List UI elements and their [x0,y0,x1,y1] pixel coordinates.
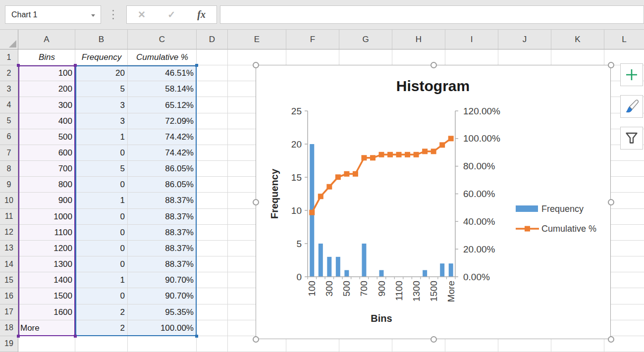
cancel-icon[interactable]: ✕ [138,9,146,20]
cell[interactable] [197,225,228,241]
cell[interactable] [197,336,228,352]
table-data-cell: 88.37% [128,209,197,225]
column-header-H[interactable]: H [392,30,445,50]
table-data-cell: 58.14% [128,81,197,97]
row-header-14[interactable]: 14 [0,256,18,272]
name-box[interactable]: Chart 1 [5,5,101,24]
column-header-C[interactable]: C [128,30,197,50]
table-data-cell: 0 [75,209,128,225]
cell[interactable] [339,50,392,65]
selection-corner-handle[interactable] [74,64,77,67]
row-header-4[interactable]: 4 [0,97,18,113]
column-header-B[interactable]: B [75,30,128,50]
grip-dots-icon[interactable] [110,5,116,24]
column-header-L[interactable]: L [604,30,644,50]
chart-object[interactable]: Histogram2520151050120.00%100.00%80.00%6… [256,65,611,339]
name-box-dropdown-icon[interactable] [91,14,95,17]
svg-text:40.00%: 40.00% [463,216,495,227]
cell[interactable] [197,304,228,320]
cell[interactable] [18,336,75,352]
table-data-cell: 1100 [18,225,75,241]
row-header-11[interactable]: 11 [0,209,18,225]
row-header-8[interactable]: 8 [0,161,18,177]
row-header-18[interactable]: 18 [0,320,18,336]
cell[interactable] [75,336,128,352]
chart-resize-handle[interactable] [430,62,437,68]
column-header-I[interactable]: I [445,30,498,50]
svg-text:100: 100 [307,281,317,297]
formula-bar-input[interactable] [220,5,644,24]
chart-resize-handle[interactable] [253,199,259,205]
row-header-13[interactable]: 13 [0,241,18,256]
cell[interactable] [197,50,228,65]
chart-resize-handle[interactable] [430,336,437,343]
row-header-9[interactable]: 9 [0,177,18,193]
cell[interactable] [197,161,228,177]
row-header-3[interactable]: 3 [0,81,18,97]
insert-function-icon[interactable]: fx [197,9,206,20]
column-header-K[interactable]: K [551,30,604,50]
cell[interactable] [551,50,604,65]
column-header-D[interactable]: D [197,30,228,50]
chart-elements-button[interactable] [620,63,643,86]
cell[interactable] [197,97,228,113]
cell[interactable] [197,177,228,193]
table-data-cell: 2 [75,304,128,320]
cell[interactable] [197,65,228,81]
cell[interactable] [445,50,498,65]
cell[interactable] [197,256,228,272]
selection-corner-handle[interactable] [195,335,198,338]
row-header-10[interactable]: 10 [0,193,18,208]
selection-corner-handle[interactable] [195,64,198,67]
row-header-15[interactable]: 15 [0,272,18,288]
cell[interactable] [286,50,339,65]
row-header-1[interactable]: 1 [0,50,18,65]
enter-icon[interactable]: ✓ [167,9,175,20]
column-header-G[interactable]: G [339,30,392,50]
cell[interactable] [498,50,551,65]
chart-filters-button[interactable] [620,127,643,150]
chart-styles-button[interactable] [620,95,643,118]
cell[interactable] [197,272,228,288]
cell[interactable] [197,145,228,161]
table-header-cell: Frequency [75,50,128,65]
svg-text:5: 5 [296,239,302,249]
selection-corner-handle[interactable] [74,335,77,338]
chart-resize-handle[interactable] [608,336,614,343]
selection-corner-handle[interactable] [17,64,20,67]
table-data-cell: 74.42% [128,129,197,145]
table-header-cell: Bins [18,50,75,65]
cell[interactable] [392,50,445,65]
cell[interactable] [197,320,228,336]
column-header-A[interactable]: A [18,30,75,50]
cell[interactable] [197,209,228,225]
svg-text:Cumulative %: Cumulative % [541,224,596,234]
table-data-cell: 1 [75,129,128,145]
column-header-J[interactable]: J [498,30,551,50]
cell[interactable] [197,193,228,208]
row-header-5[interactable]: 5 [0,113,18,129]
chart-resize-handle[interactable] [253,62,259,68]
cell[interactable] [197,81,228,97]
chart-resize-handle[interactable] [608,62,614,68]
chart-resize-handle[interactable] [253,336,259,343]
select-all-corner[interactable] [0,30,18,50]
row-header-2[interactable]: 2 [0,65,18,81]
column-header-F[interactable]: F [286,30,339,50]
row-header-7[interactable]: 7 [0,145,18,161]
chart-resize-handle[interactable] [608,199,614,205]
column-header-E[interactable]: E [228,30,286,50]
row-header-17[interactable]: 17 [0,304,18,320]
brush-icon [624,99,640,114]
cell[interactable] [197,288,228,304]
row-header-6[interactable]: 6 [0,129,18,145]
row-header-19[interactable]: 19 [0,336,18,352]
cell[interactable] [197,129,228,145]
selection-corner-handle[interactable] [17,335,20,338]
table-data-cell: 0 [75,177,128,193]
row-header-12[interactable]: 12 [0,225,18,241]
cell[interactable] [197,113,228,129]
cell[interactable] [197,241,228,256]
cell[interactable] [128,336,197,352]
row-header-16[interactable]: 16 [0,288,18,304]
